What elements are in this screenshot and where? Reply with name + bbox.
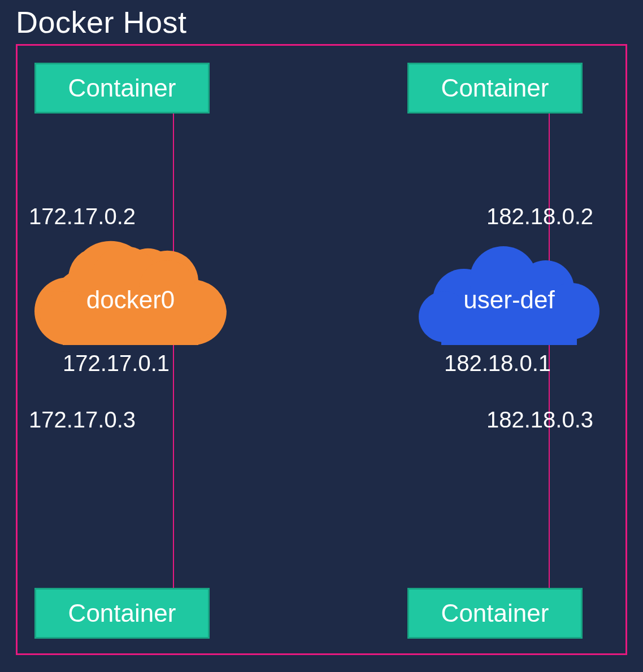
container-label: Container <box>68 74 176 102</box>
container-box-left-bottom: Container <box>34 588 210 639</box>
container-label: Container <box>441 74 549 102</box>
docker-host-box: Container 172.17.0.2 docker0 172.17.0.1 … <box>16 44 627 655</box>
cloud-network-right: user-def <box>413 232 605 345</box>
ip-label-right-top: 182.18.0.2 <box>486 204 593 229</box>
cloud-network-left: docker0 <box>34 232 227 345</box>
ip-label-left-bottom: 172.17.0.3 <box>29 407 136 433</box>
connection-line-left <box>173 114 174 588</box>
network-name-left: docker0 <box>86 286 175 314</box>
container-box-left-top: Container <box>34 63 210 114</box>
container-box-right-bottom: Container <box>407 588 583 639</box>
ip-label-right-gateway: 182.18.0.1 <box>444 351 551 376</box>
container-label: Container <box>68 599 176 627</box>
ip-label-left-gateway: 172.17.0.1 <box>63 351 170 376</box>
container-box-right-top: Container <box>407 63 583 114</box>
page-title: Docker Host <box>16 5 187 40</box>
network-name-right: user-def <box>463 286 554 314</box>
ip-label-right-bottom: 182.18.0.3 <box>486 407 593 433</box>
container-label: Container <box>441 599 549 627</box>
ip-label-left-top: 172.17.0.2 <box>29 204 136 229</box>
